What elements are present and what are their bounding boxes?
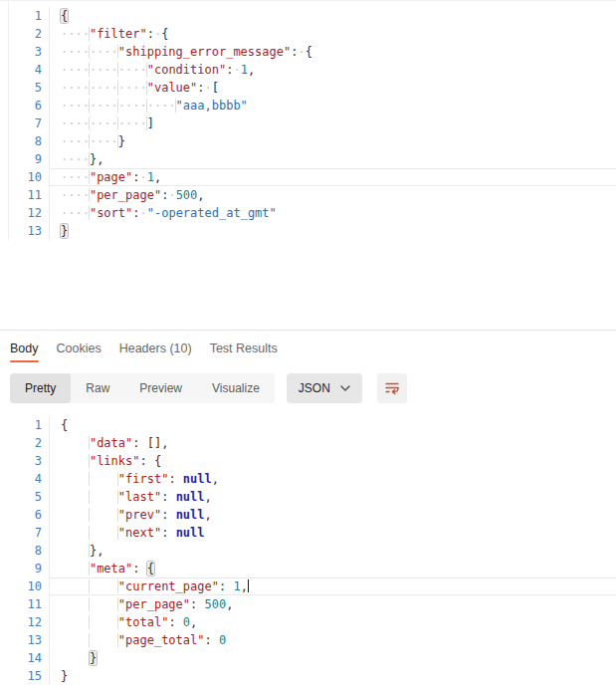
- language-select-value: JSON: [299, 381, 330, 395]
- line-number: 11: [0, 595, 50, 613]
- code-text: ····"page":·1,: [50, 168, 616, 186]
- line-number: 5: [0, 488, 50, 506]
- line-number: 12: [0, 613, 50, 631]
- line-number: 11: [0, 186, 50, 204]
- code-line[interactable]: 3 "links": {: [0, 452, 616, 470]
- line-number: 10: [0, 168, 50, 186]
- code-line[interactable]: 3········"shipping_error_message":·{: [0, 43, 616, 61]
- line-number: 9: [0, 150, 50, 168]
- code-text: "per_page": 500,: [50, 595, 616, 613]
- code-text: ····"sort":·"-operated_at_gmt": [50, 204, 616, 222]
- code-line[interactable]: 2 "data": [],: [0, 434, 616, 452]
- line-number: 7: [0, 115, 50, 132]
- response-body-viewer-wrap: 1{2 "data": [],3 "links": {4 "first": nu…: [0, 403, 616, 685]
- line-number: 2: [0, 434, 50, 452]
- code-text: }: [50, 667, 616, 685]
- code-text: ················"aaa,bbbb": [50, 97, 616, 115]
- code-line[interactable]: 8 },: [0, 542, 616, 560]
- tab-body[interactable]: Body: [10, 331, 39, 366]
- line-number: 4: [0, 470, 50, 488]
- line-number: 12: [0, 204, 50, 222]
- code-line[interactable]: 13}: [0, 222, 616, 240]
- line-number: 4: [0, 61, 50, 79]
- code-text: "last": null,: [50, 488, 616, 506]
- code-line[interactable]: 4 "first": null,: [0, 470, 616, 488]
- code-line[interactable]: 12····"sort":·"-operated_at_gmt": [0, 204, 616, 222]
- code-text: "first": null,: [50, 470, 616, 488]
- line-number: 15: [0, 667, 50, 685]
- line-number: 6: [0, 506, 50, 524]
- response-body-viewer[interactable]: 1{2 "data": [],3 "links": {4 "first": nu…: [0, 416, 616, 685]
- code-line[interactable]: 1{: [0, 416, 616, 434]
- language-select[interactable]: JSON: [287, 373, 362, 403]
- line-number: 1: [0, 416, 50, 434]
- code-line[interactable]: 6················"aaa,bbbb": [0, 97, 616, 115]
- code-line[interactable]: 4············"condition":·1,: [0, 61, 616, 79]
- code-line[interactable]: 9 "meta": {: [0, 560, 616, 577]
- tab-test-results[interactable]: Test Results: [210, 331, 278, 366]
- code-line[interactable]: 12 "total": 0,: [0, 613, 616, 631]
- code-text: "prev": null,: [50, 506, 616, 524]
- code-line[interactable]: 5 "last": null,: [0, 488, 616, 506]
- line-number: 9: [0, 560, 50, 577]
- code-line[interactable]: 14 }: [0, 649, 616, 667]
- code-line[interactable]: 10 "current_page": 1,: [0, 577, 616, 595]
- text-cursor: [248, 579, 250, 592]
- response-pane: Body Cookies Headers (10) Test Results P…: [0, 330, 616, 685]
- code-text: "total": 0,: [50, 613, 616, 631]
- code-text: ············"condition":·1,: [50, 61, 616, 79]
- code-text: {: [50, 7, 616, 25]
- view-mode-pretty[interactable]: Pretty: [10, 373, 71, 403]
- tab-headers[interactable]: Headers (10): [119, 331, 192, 366]
- request-body-pane: 1{2····"filter":·{3········"shipping_err…: [0, 0, 616, 330]
- view-mode-switcher: Pretty Raw Preview Visualize: [10, 373, 275, 403]
- view-mode-visualize[interactable]: Visualize: [197, 373, 275, 403]
- code-line[interactable]: 8········}: [0, 132, 616, 150]
- code-text: {: [50, 416, 616, 434]
- code-line[interactable]: 7 "next": null: [0, 524, 616, 542]
- line-number: 6: [0, 97, 50, 115]
- code-text: "data": [],: [50, 434, 616, 452]
- request-body-editor[interactable]: 1{2····"filter":·{3········"shipping_err…: [0, 7, 616, 240]
- chevron-down-icon: [340, 385, 350, 391]
- code-text: ····},: [50, 150, 616, 168]
- code-line[interactable]: 11 "per_page": 500,: [0, 595, 616, 613]
- line-number: 3: [0, 43, 50, 61]
- code-text: },: [50, 542, 616, 560]
- code-line[interactable]: 9····},: [0, 150, 616, 168]
- view-mode-raw[interactable]: Raw: [71, 373, 124, 403]
- code-line[interactable]: 5············"value":·[: [0, 79, 616, 97]
- code-text: }: [50, 222, 616, 240]
- code-text: ············"value":·[: [50, 79, 616, 97]
- code-line[interactable]: 10····"page":·1,: [0, 168, 616, 186]
- code-line[interactable]: 13 "page_total": 0: [0, 631, 616, 649]
- wrap-text-button[interactable]: [377, 373, 407, 403]
- code-text: ········"shipping_error_message":·{: [50, 43, 616, 61]
- code-text: ····"per_page":·500,: [50, 186, 616, 204]
- text-wrap-icon: [384, 380, 400, 396]
- code-line[interactable]: 6 "prev": null,: [0, 506, 616, 524]
- line-number: 8: [0, 132, 50, 150]
- line-number: 1: [0, 7, 50, 25]
- view-mode-preview[interactable]: Preview: [124, 373, 197, 403]
- code-text: "links": {: [50, 452, 616, 470]
- line-number: 2: [0, 25, 50, 43]
- response-toolbar: Pretty Raw Preview Visualize JSON: [10, 373, 616, 403]
- line-number: 8: [0, 542, 50, 560]
- line-number: 13: [0, 631, 50, 649]
- code-text: ········}: [50, 132, 616, 150]
- code-text: "page_total": 0: [50, 631, 616, 649]
- code-line[interactable]: 7············]: [0, 115, 616, 132]
- line-number: 14: [0, 649, 50, 667]
- tab-cookies[interactable]: Cookies: [57, 331, 102, 366]
- code-line[interactable]: 15}: [0, 667, 616, 685]
- code-text: ····"filter":·{: [50, 25, 616, 43]
- code-line[interactable]: 11····"per_page":·500,: [0, 186, 616, 204]
- line-number: 10: [0, 577, 50, 595]
- line-number: 5: [0, 79, 50, 97]
- code-text: ············]: [50, 115, 616, 132]
- code-text: "current_page": 1,: [50, 577, 616, 595]
- code-line[interactable]: 1{: [0, 7, 616, 25]
- code-line[interactable]: 2····"filter":·{: [0, 25, 616, 43]
- code-text: "meta": {: [50, 560, 616, 577]
